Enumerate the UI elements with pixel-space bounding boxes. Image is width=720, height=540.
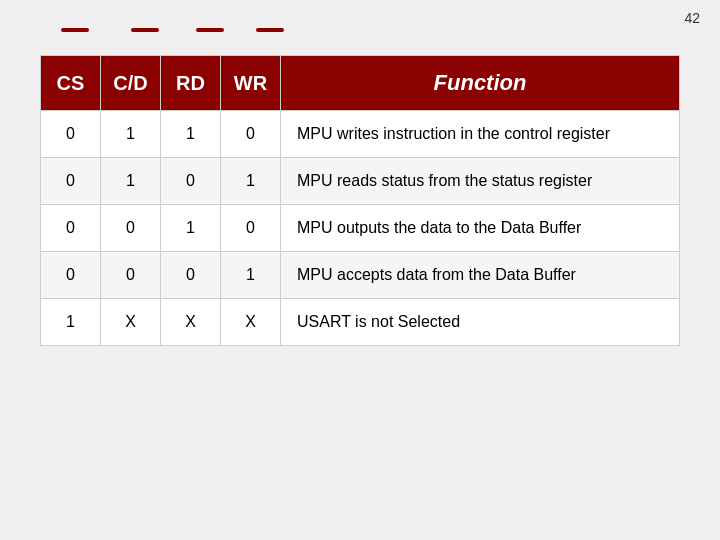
cell-cd-0: 1 — [101, 111, 161, 158]
table-row: 0101MPU reads status from the status reg… — [41, 158, 680, 205]
cell-cd-4: X — [101, 299, 161, 346]
cell-cd-2: 0 — [101, 205, 161, 252]
cell-rd-3: 0 — [161, 252, 221, 299]
cell-wr-0: 0 — [221, 111, 281, 158]
cell-function-3: MPU accepts data from the Data Buffer — [281, 252, 680, 299]
cell-cs-2: 0 — [41, 205, 101, 252]
table-row: 1XXXUSART is not Selected — [41, 299, 680, 346]
cell-cd-3: 0 — [101, 252, 161, 299]
header-rd: RD — [161, 56, 221, 111]
header-function: Function — [281, 56, 680, 111]
table-row: 0001MPU accepts data from the Data Buffe… — [41, 252, 680, 299]
cell-cs-1: 0 — [41, 158, 101, 205]
cell-cs-3: 0 — [41, 252, 101, 299]
function-table: CS C/D RD WR Function 0110MPU writes ins… — [40, 55, 680, 346]
header-wr: WR — [221, 56, 281, 111]
cell-wr-3: 1 — [221, 252, 281, 299]
table-body: 0110MPU writes instruction in the contro… — [41, 111, 680, 346]
table-header-row: CS C/D RD WR Function — [41, 56, 680, 111]
main-table-container: CS C/D RD WR Function 0110MPU writes ins… — [40, 55, 680, 480]
cell-rd-0: 1 — [161, 111, 221, 158]
page-number: 42 — [684, 10, 700, 26]
cell-function-1: MPU reads status from the status registe… — [281, 158, 680, 205]
cell-wr-4: X — [221, 299, 281, 346]
cell-function-2: MPU outputs the data to the Data Buffer — [281, 205, 680, 252]
header-cs: CS — [41, 56, 101, 111]
table-row: 0010MPU outputs the data to the Data Buf… — [41, 205, 680, 252]
dash-decorations — [40, 28, 300, 32]
cell-function-4: USART is not Selected — [281, 299, 680, 346]
table-row: 0110MPU writes instruction in the contro… — [41, 111, 680, 158]
cell-cs-0: 0 — [41, 111, 101, 158]
cell-cs-4: 1 — [41, 299, 101, 346]
cell-wr-2: 0 — [221, 205, 281, 252]
cell-wr-1: 1 — [221, 158, 281, 205]
cell-function-0: MPU writes instruction in the control re… — [281, 111, 680, 158]
cell-rd-4: X — [161, 299, 221, 346]
header-cd: C/D — [101, 56, 161, 111]
cell-rd-2: 1 — [161, 205, 221, 252]
cell-rd-1: 0 — [161, 158, 221, 205]
cell-cd-1: 1 — [101, 158, 161, 205]
